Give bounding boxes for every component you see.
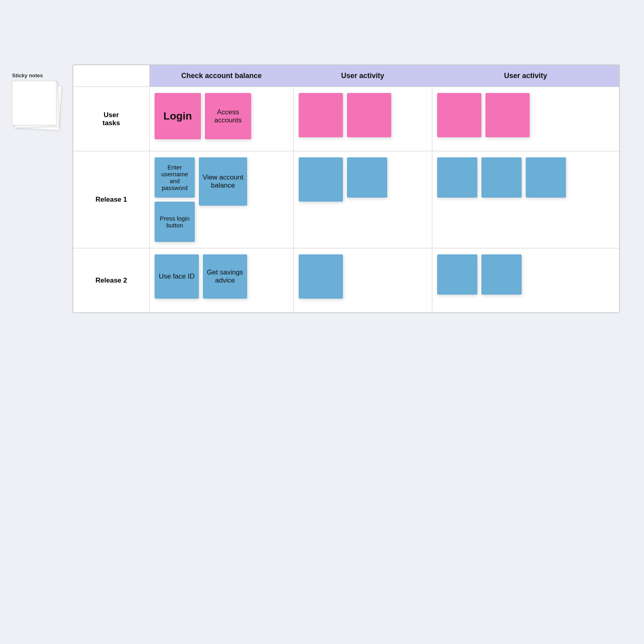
cell-user-tasks-col3 — [432, 87, 619, 151]
cell-release2-col1: Use face ID Get savings advice — [150, 248, 294, 313]
header-col3: User activity — [432, 65, 619, 87]
cell-release1-col1: Enter username and password Press login … — [150, 151, 294, 248]
header-row: Check account balance User activity User… — [73, 65, 619, 87]
note-pink-blank-3[interactable] — [437, 93, 481, 137]
note-pink-blank-4[interactable] — [485, 93, 530, 137]
note-get-savings-advice[interactable]: Get savings advice — [203, 254, 247, 299]
row-label-release1: Release 1 — [73, 151, 150, 248]
cell-release2-col2 — [293, 248, 432, 313]
notes-group-release1-col2 — [299, 157, 427, 202]
grid-table: Check account balance User activity User… — [73, 65, 619, 313]
note-blue-blank-r2-c3-1[interactable] — [437, 254, 477, 295]
sticky-note-front — [12, 81, 56, 125]
row-label-user-tasks: User tasks — [73, 87, 150, 151]
notes-release1-col1-left: Enter username and password Press login … — [155, 157, 195, 242]
sticky-notes-label: Sticky notes — [12, 72, 68, 78]
note-press-login[interactable]: Press login button — [155, 202, 195, 242]
sticky-notes-panel: Sticky notes — [12, 72, 68, 129]
notes-group-release2-col1: Use face ID Get savings advice — [155, 254, 289, 299]
note-pink-blank-1[interactable] — [299, 93, 343, 137]
row-release-2: Release 2 Use face ID Get savings advice — [73, 248, 619, 313]
notes-group-user-tasks-col3 — [437, 93, 614, 137]
note-enter-username[interactable]: Enter username and password — [155, 157, 195, 198]
notes-group-user-tasks-col2 — [299, 93, 427, 137]
notes-group-release1-col1: Enter username and password Press login … — [155, 157, 289, 242]
cell-release1-col2 — [293, 151, 432, 248]
note-access-accounts[interactable]: Access accounts — [205, 93, 251, 139]
sticky-notes-stack — [12, 81, 60, 129]
notes-group-user-tasks-col1: Login Access accounts — [155, 93, 289, 139]
cell-release2-col3 — [432, 248, 619, 313]
note-login[interactable]: Login — [155, 93, 201, 139]
note-blue-blank-r1-c2-2[interactable] — [347, 157, 387, 198]
cell-release1-col3 — [432, 151, 619, 248]
notes-group-release1-col3 — [437, 157, 614, 198]
notes-group-release2-col2 — [299, 254, 427, 299]
row-release-1: Release 1 Enter username and password Pr… — [73, 151, 619, 248]
header-empty-cell — [73, 65, 150, 87]
note-blue-blank-r1-c3-3[interactable] — [526, 157, 566, 198]
note-blue-blank-r2-c3-2[interactable] — [481, 254, 522, 295]
cell-user-tasks-col1: Login Access accounts — [150, 87, 294, 151]
grid-container: Check account balance User activity User… — [72, 64, 620, 313]
note-pink-blank-2[interactable] — [347, 93, 391, 137]
header-col2: User activity — [293, 65, 432, 87]
note-view-account-balance[interactable]: View account balance — [199, 157, 247, 206]
note-blue-blank-r2-c2-1[interactable] — [299, 254, 343, 299]
notes-release1-col1-right: View account balance — [199, 157, 247, 242]
row-label-release2: Release 2 — [73, 248, 150, 313]
canvas: Sticky notes Check account balance User … — [0, 52, 644, 644]
note-use-face-id[interactable]: Use face ID — [155, 254, 199, 299]
note-blue-blank-r1-c3-2[interactable] — [481, 157, 522, 198]
notes-group-release2-col3 — [437, 254, 614, 295]
cell-user-tasks-col2 — [293, 87, 432, 151]
note-blue-blank-r1-c2-1[interactable] — [299, 157, 343, 202]
row-user-tasks: User tasks Login Access accounts — [73, 87, 619, 151]
note-blue-blank-r1-c3-1[interactable] — [437, 157, 477, 198]
header-col1: Check account balance — [150, 65, 294, 87]
